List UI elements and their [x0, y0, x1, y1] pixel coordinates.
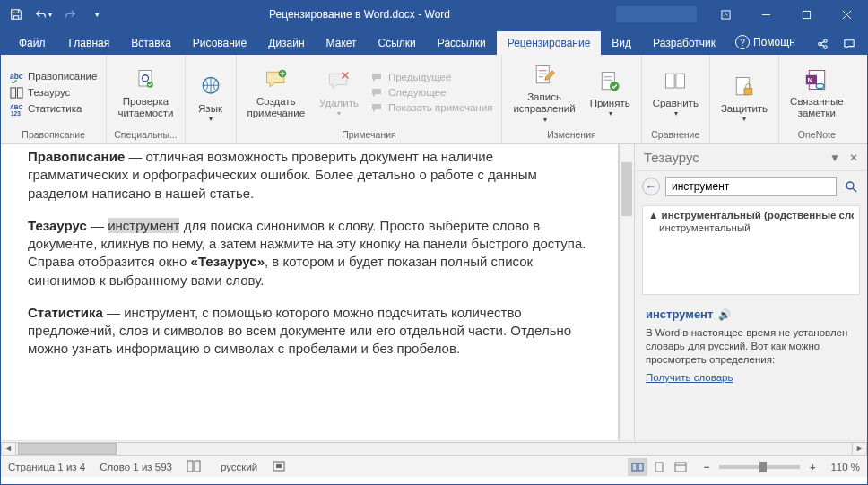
pane-close-button[interactable]: ✕: [849, 152, 858, 164]
compare-label: Сравнить: [653, 98, 699, 109]
prev-comment-button[interactable]: Предыдущее: [371, 71, 492, 83]
status-proofing-icon[interactable]: [187, 459, 206, 475]
share-button[interactable]: [812, 33, 833, 55]
hscroll-thumb[interactable]: [18, 443, 117, 455]
linked-notes-button[interactable]: N Связанные заметки: [783, 64, 851, 121]
minimize-button[interactable]: [746, 1, 786, 28]
pane-footer: инструмент🔊 В Word в настоящее время не …: [635, 299, 867, 392]
hscroll-right[interactable]: ►: [852, 442, 867, 455]
user-account-tag[interactable]: [616, 6, 697, 22]
qat-customize[interactable]: ▾: [87, 4, 107, 24]
check-accessibility-button[interactable]: Проверка читаемости: [110, 64, 180, 121]
p3-text: — инструмент, с помощью которого можно п…: [28, 305, 571, 357]
svg-rect-40: [187, 461, 193, 472]
undo-button[interactable]: ▾: [33, 4, 53, 24]
tab-references[interactable]: Ссылки: [368, 31, 427, 55]
svg-rect-33: [744, 89, 752, 95]
accept-label: Принять: [590, 98, 630, 109]
view-read-mode[interactable]: [628, 458, 647, 476]
search-back-button[interactable]: ←: [642, 178, 660, 195]
delete-comment-button[interactable]: Удалить▾: [312, 65, 366, 119]
status-macro-icon[interactable]: [272, 459, 291, 475]
status-language[interactable]: русский: [221, 462, 257, 472]
group-onenote: N Связанные заметки OneNote: [779, 55, 855, 143]
track-changes-button[interactable]: Запись исправлений▾: [506, 59, 582, 126]
p1-bold: Правописание: [28, 149, 125, 164]
paragraph-1[interactable]: Правописание — отличная возможность пров…: [28, 148, 591, 203]
status-word-count[interactable]: Слово 1 из 593: [100, 462, 172, 472]
tab-developer[interactable]: Разработчик: [642, 31, 726, 55]
thesaurus-search-input[interactable]: [665, 177, 837, 196]
get-dictionary-link[interactable]: Получить словарь: [646, 372, 733, 383]
close-button[interactable]: [827, 1, 867, 28]
vscroll-thumb[interactable]: [621, 162, 632, 216]
svg-rect-44: [632, 463, 637, 471]
pane-options-button[interactable]: ▼: [829, 152, 840, 164]
document-content[interactable]: Правописание — отличная возможность пров…: [1, 144, 618, 382]
spelling-button[interactable]: abcПравописание: [10, 70, 97, 83]
zoom-out-button[interactable]: −: [699, 460, 714, 474]
tab-home[interactable]: Главная: [58, 31, 121, 55]
protect-icon: [730, 73, 759, 101]
view-web-layout[interactable]: [671, 458, 690, 476]
tab-mailings[interactable]: Рассылки: [427, 31, 497, 55]
group-protect: Защитить▾: [710, 55, 779, 143]
status-page[interactable]: Страница 1 из 4: [8, 462, 85, 472]
search-go-button[interactable]: [842, 178, 860, 195]
word-count-label: Статистика: [28, 103, 82, 114]
new-comment-button[interactable]: Создать примечание: [240, 64, 313, 121]
tell-me-search[interactable]: ?Помощн: [726, 30, 804, 55]
show-comments-button[interactable]: Показать примечания: [371, 101, 492, 114]
document-viewport[interactable]: Правописание — отличная возможность пров…: [1, 144, 619, 440]
result-item[interactable]: инструментальный: [648, 222, 854, 233]
zoom-in-button[interactable]: +: [805, 460, 820, 474]
paragraph-3[interactable]: Статистика — инструмент, с помощью котор…: [28, 304, 591, 359]
prev-comment-label: Предыдущее: [388, 72, 451, 82]
zoom-slider[interactable]: [719, 465, 800, 469]
svg-rect-0: [722, 10, 730, 18]
redo-button[interactable]: [60, 4, 80, 24]
language-button[interactable]: Язык▾: [189, 71, 232, 125]
vertical-scrollbar[interactable]: [619, 144, 634, 440]
horizontal-scrollbar[interactable]: ◄ ►: [1, 440, 867, 455]
thesaurus-button[interactable]: Тезаурус: [10, 86, 97, 100]
tab-review[interactable]: Рецензирование: [497, 31, 602, 55]
tab-file[interactable]: Файл: [6, 31, 58, 55]
speak-icon[interactable]: 🔊: [718, 309, 731, 320]
protect-label: Защитить: [721, 103, 768, 115]
zoom-thumb[interactable]: [760, 462, 767, 472]
language-label: Язык: [198, 103, 222, 115]
result-group-header[interactable]: ▲ инструментальный (родственные слова): [648, 210, 854, 221]
tab-insert[interactable]: Вставка: [120, 31, 182, 55]
group-protect-label: [714, 138, 775, 142]
compare-button[interactable]: Сравнить▾: [646, 65, 706, 119]
selected-word[interactable]: инструмент: [108, 218, 179, 233]
ribbon-display-button[interactable]: [706, 1, 746, 28]
hscroll-left[interactable]: ◄: [1, 442, 16, 455]
tab-view[interactable]: Вид: [601, 31, 642, 55]
accept-button[interactable]: Принять▾: [583, 65, 638, 119]
accept-icon: [595, 67, 624, 96]
tab-draw[interactable]: Рисование: [182, 31, 257, 55]
p2-dash: —: [87, 218, 108, 233]
group-comments-label: Примечания: [240, 127, 499, 142]
comments-button[interactable]: [838, 33, 860, 55]
save-button[interactable]: [6, 4, 26, 24]
word-count-button[interactable]: ABC123Статистика: [10, 102, 97, 116]
tab-design[interactable]: Дизайн: [257, 31, 315, 55]
pane-title: Тезаурус: [644, 150, 699, 165]
zoom-value[interactable]: 110 %: [830, 462, 860, 472]
results-list[interactable]: ▲ инструментальный (родственные слова) и…: [642, 205, 860, 295]
next-comment-button[interactable]: Следующее: [371, 86, 492, 99]
hscroll-track[interactable]: [16, 442, 852, 455]
maximize-button[interactable]: [786, 1, 827, 28]
view-print-layout[interactable]: [649, 458, 669, 476]
protect-button[interactable]: Защитить▾: [714, 71, 775, 125]
definition-word: инструмент: [646, 307, 713, 321]
thesaurus-label: Тезаурус: [28, 87, 70, 98]
paragraph-2[interactable]: Тезаурус — инструмент для поиска синоним…: [28, 217, 591, 290]
tab-layout[interactable]: Макет: [316, 31, 368, 55]
svg-rect-12: [17, 87, 22, 97]
svg-rect-45: [638, 463, 643, 471]
title-bar: ▾ ▾ Рецензирование в Word.docx - Word: [1, 1, 867, 28]
